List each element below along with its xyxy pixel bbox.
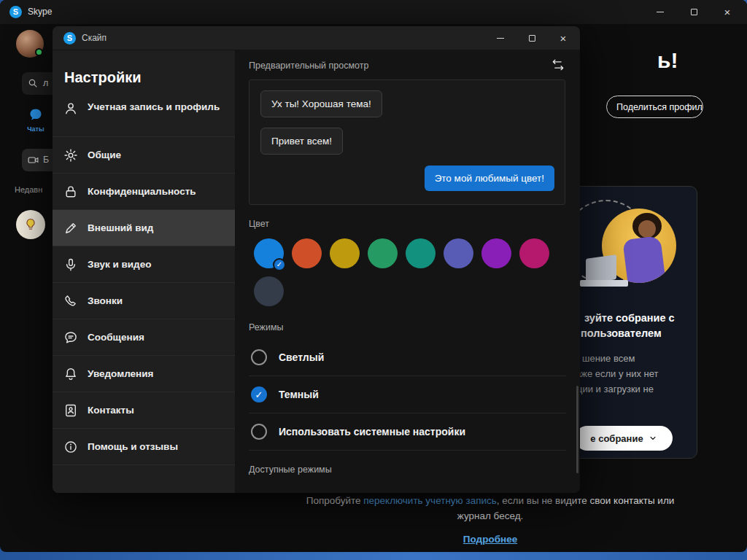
card-heading-line1: зуйте собрание с <box>584 312 675 324</box>
incoming-message-bubble: Ух ты! Хорошая тема! <box>260 90 382 117</box>
message-icon <box>63 330 78 345</box>
settings-item-contacts[interactable]: Контакты <box>53 392 235 429</box>
chat-item-avatar[interactable] <box>16 210 45 239</box>
settings-item-label: Сообщения <box>88 332 144 343</box>
illustration-laptop-base <box>580 280 628 287</box>
desktop: S Skype × л Чаты Б Недавн ь! Поделиться … <box>0 0 747 560</box>
color-swatch-graphite[interactable] <box>254 276 284 306</box>
dialog-close-button[interactable]: × <box>549 26 578 50</box>
settings-item-general[interactable]: Общие <box>53 137 235 174</box>
sidebar-item-chats[interactable]: Чаты <box>24 107 47 133</box>
illustration-head <box>638 220 656 238</box>
swap-preview-button[interactable] <box>548 56 568 75</box>
hint-suffix: , если вы не видите свои контакты или <box>497 495 674 506</box>
theme-preview-panel: Ух ты! Хорошая тема! Привет всем! Это мо… <box>249 79 565 205</box>
mode-label: Темный <box>279 389 319 400</box>
settings-item-label: Контакты <box>88 405 134 416</box>
color-swatch-blue[interactable]: ✓ <box>254 238 284 268</box>
recent-section-label: Недавн <box>15 185 42 194</box>
settings-item-label: Помощь и отзывы <box>88 441 178 452</box>
hint-line2: журнал бесед. <box>457 510 524 521</box>
radio-unchecked-icon <box>251 424 267 440</box>
settings-item-messaging[interactable]: Сообщения <box>53 319 235 356</box>
phone-icon <box>63 294 78 308</box>
color-swatch-indigo[interactable] <box>444 238 473 268</box>
color-heading: Цвет <box>249 219 269 229</box>
settings-item-label: Общие <box>88 149 121 160</box>
card-body-line1: шение всем <box>582 353 635 364</box>
os-titlebar: S Skype × <box>0 0 747 24</box>
close-button[interactable]: × <box>711 0 744 24</box>
dialog-title: Скайп <box>82 33 107 43</box>
maximize-icon <box>691 9 697 15</box>
close-icon: × <box>560 33 567 44</box>
check-icon: ✓ <box>273 258 286 271</box>
minimize-button[interactable] <box>643 0 677 24</box>
settings-item-label: Уведомления <box>88 368 153 379</box>
available-modes-heading: Доступные режимы <box>249 464 332 475</box>
mode-label: Использовать системные настройки <box>279 426 465 438</box>
footer-hint: Попробуйте переключить учетную запись, е… <box>248 493 732 547</box>
new-meeting-button[interactable]: е собрание <box>575 426 673 451</box>
settings-item-help[interactable]: Помощь и отзывы <box>53 429 235 465</box>
appearance-settings-panel: Предварительный просмотр Ух ты! Хорошая … <box>235 50 580 493</box>
minimize-icon <box>657 12 664 12</box>
learn-more-link[interactable]: Подробнее <box>463 534 517 545</box>
mode-option-system[interactable]: Использовать системные настройки <box>249 413 566 451</box>
card-heading-line2: пользователем <box>581 327 662 339</box>
color-swatch-purple[interactable] <box>481 238 511 268</box>
mode-option-light[interactable]: Светлый <box>249 339 566 376</box>
settings-item-label: Учетная запись и профиль <box>88 101 220 112</box>
card-body-line3: ции и загрузки не <box>577 384 654 394</box>
settings-item-account[interactable]: Учетная запись и профиль <box>53 95 235 137</box>
meet-now-button[interactable]: Б <box>22 149 53 171</box>
lightbulb-icon <box>23 217 38 232</box>
person-icon <box>63 101 78 116</box>
switch-account-link[interactable]: переключить учетную запись <box>363 495 497 506</box>
preview-heading: Предварительный просмотр <box>249 61 368 71</box>
settings-item-privacy[interactable]: Конфиденциальность <box>53 174 235 210</box>
settings-item-calls[interactable]: Звонки <box>53 283 235 319</box>
settings-item-label: Конфиденциальность <box>88 186 196 197</box>
camera-icon <box>27 154 39 166</box>
modes-heading: Режимы <box>249 322 284 332</box>
maximize-icon <box>529 35 535 42</box>
mode-label: Светлый <box>279 351 324 363</box>
info-icon <box>63 440 78 454</box>
search-input[interactable]: л <box>22 72 53 95</box>
share-profile-button[interactable]: Поделиться профил <box>606 96 703 118</box>
radio-checked-icon: ✓ <box>251 386 267 402</box>
settings-sidebar: Настройки Учетная запись и профиль Общие… <box>53 50 235 493</box>
settings-item-appearance[interactable]: Внешний вид <box>53 210 235 246</box>
swap-arrows-icon <box>551 58 565 72</box>
mode-option-dark[interactable]: ✓ Темный <box>249 376 566 413</box>
settings-item-label: Звук и видео <box>88 259 151 270</box>
dialog-maximize-button[interactable] <box>517 26 546 50</box>
bell-icon <box>63 367 78 381</box>
status-online-dot <box>35 48 43 56</box>
dialog-minimize-button[interactable] <box>486 26 515 50</box>
scrollbar-thumb[interactable] <box>576 386 578 473</box>
outgoing-message-bubble: Это мой любимый цвет! <box>425 166 554 191</box>
settings-item-notifications[interactable]: Уведомления <box>53 356 235 392</box>
settings-item-label: Звонки <box>88 295 123 306</box>
dialog-titlebar: S Скайп × <box>53 26 580 50</box>
minimize-icon <box>497 38 504 39</box>
window-title: Skype <box>28 7 52 17</box>
color-swatch-magenta[interactable] <box>519 238 549 268</box>
card-body-line2: аже если у них нет <box>576 368 659 379</box>
lock-icon <box>63 184 78 199</box>
color-swatch-gold[interactable] <box>330 238 360 268</box>
color-swatch-green[interactable] <box>368 238 398 268</box>
settings-dialog: S Скайп × Настройки Учетная запись и про… <box>53 26 580 493</box>
contacts-icon <box>63 403 78 418</box>
color-swatch-teal[interactable] <box>406 238 436 268</box>
color-swatch-orange[interactable] <box>292 238 322 268</box>
settings-item-label: Внешний вид <box>88 222 153 233</box>
settings-item-audio-video[interactable]: Звук и видео <box>53 246 235 283</box>
maximize-button[interactable] <box>677 0 711 24</box>
new-meeting-label: е собрание <box>590 433 643 444</box>
skype-logo-icon: S <box>63 32 76 44</box>
search-icon <box>27 77 39 89</box>
illustration-laptop-screen <box>586 254 616 284</box>
